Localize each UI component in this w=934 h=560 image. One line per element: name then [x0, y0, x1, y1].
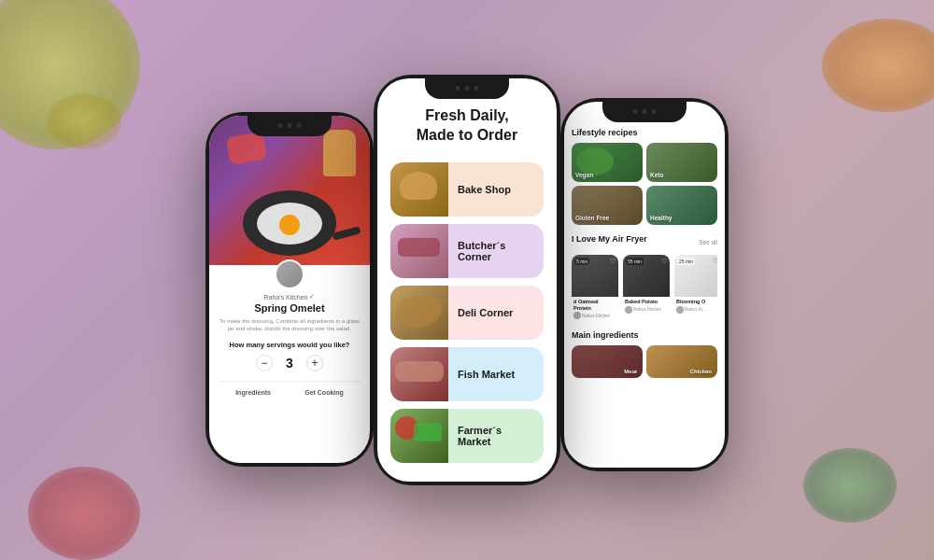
phone1-screen: Raha's Kitchen ✓ Spring Omelet To make t…	[209, 116, 370, 463]
phone3-screen: Lifestyle recipes Vegan Keto Glu	[564, 102, 725, 468]
vegan-label: Vegan	[575, 172, 593, 178]
lifestyle-content: Lifestyle recipes Vegan Keto Glu	[564, 102, 725, 385]
airfryer-section-header: I Love My Air Fryer See all	[572, 234, 717, 249]
fish-decoration	[395, 361, 444, 382]
airfryer-title: I Love My Air Fryer	[572, 234, 647, 244]
blooming-name: Blooming O	[674, 297, 717, 306]
butcher-image	[390, 224, 448, 278]
lifestyle-healthy[interactable]: Healthy	[646, 186, 717, 225]
deli-label: Deli Corner	[448, 307, 544, 318]
oatmeal-time: 5 min	[574, 258, 589, 265]
get-cooking-button[interactable]: Get Cooking	[304, 389, 344, 396]
avatar	[275, 259, 304, 289]
ingredients-button[interactable]: Ingredients	[235, 389, 271, 396]
recipe-content: Raha's Kitchen ✓ Spring Omelet To make t…	[209, 265, 370, 403]
ingredients-section-title: Main ingredients	[572, 330, 717, 340]
blooming-heart[interactable]: ♡	[713, 258, 717, 265]
potato-author-name: Raha's Kitchen	[633, 307, 661, 312]
ingredient-chicken[interactable]: Chicken	[646, 345, 717, 378]
servings-stepper: − 3 +	[219, 355, 361, 371]
recipe-oatmeal[interactable]: 5 min ♡ d Oatmeal Protein Raha's Kitchen	[572, 255, 618, 321]
lettuce-decoration	[414, 423, 442, 441]
servings-label: How many servings would you like?	[219, 341, 361, 349]
food-decoration-bread	[323, 130, 356, 176]
lifestyle-keto[interactable]: Keto	[646, 143, 717, 182]
oatmeal-avatar	[573, 312, 581, 319]
plus-button[interactable]: +	[306, 355, 323, 371]
blooming-author-row: Raha's Ki...	[674, 306, 717, 315]
lifestyle-vegan[interactable]: Vegan	[572, 143, 643, 182]
blooming-author-name: Raha's Ki...	[685, 307, 706, 312]
category-deli-corner[interactable]: Deli Corner	[390, 286, 544, 340]
recipe-blooming[interactable]: 25 min ♡ Blooming O Raha's Ki...	[674, 255, 717, 321]
potato-image: 55 min ♡	[623, 255, 670, 297]
categories-title: Fresh Daily,Made to Order	[390, 106, 544, 146]
minus-button[interactable]: −	[256, 355, 273, 371]
recipe-hero-image	[209, 116, 370, 265]
farmer-label: Farmer´s Market	[448, 425, 544, 447]
oatmeal-image: 5 min ♡	[572, 255, 618, 297]
meat-decoration	[398, 238, 440, 257]
phone-categories: Fresh Daily,Made to Order Bake Shop	[374, 75, 560, 485]
lifestyle-grid: Vegan Keto Gluten Free Healthy	[572, 143, 717, 225]
phone2-notch	[425, 78, 509, 99]
blooming-avatar	[676, 306, 684, 314]
pan-handle	[332, 226, 361, 240]
phones-container: Raha's Kitchen ✓ Spring Omelet To make t…	[0, 0, 934, 560]
butcher-label: Butcher´s Corner	[448, 240, 544, 262]
potato-time: 55 min	[626, 258, 644, 265]
category-bake-shop[interactable]: Bake Shop	[390, 162, 544, 217]
gluten-label: Gluten Free	[575, 215, 609, 221]
bake-shop-label: Bake Shop	[448, 184, 544, 195]
airfryer-list: 5 min ♡ d Oatmeal Protein Raha's Kitchen…	[572, 255, 717, 321]
category-farmers-market[interactable]: Farmer´s Market	[390, 409, 544, 463]
healthy-label: Healthy	[650, 215, 672, 221]
category-butchers-corner[interactable]: Butcher´s Corner	[390, 224, 544, 278]
category-fish-market[interactable]: Fish Market	[390, 347, 544, 401]
lifestyle-gluten-free[interactable]: Gluten Free	[572, 186, 643, 225]
oatmeal-heart[interactable]: ♡	[610, 258, 616, 265]
potato-avatar	[625, 306, 632, 314]
keto-label: Keto	[650, 172, 663, 178]
oatmeal-author-name: Raha's Kitchen	[582, 314, 610, 318]
recipe-title: Spring Omelet	[219, 302, 361, 314]
fish-image	[390, 347, 448, 401]
deli-decoration	[392, 291, 444, 331]
recipe-description: To make the dressing, Combine all ingred…	[219, 317, 361, 333]
deli-image	[390, 286, 448, 340]
bake-shop-image	[390, 162, 448, 217]
phone3-notch	[602, 102, 686, 122]
food-decoration-red	[226, 132, 268, 165]
recipe-baked-potato[interactable]: 55 min ♡ Baked Potato Raha's Kitchen	[623, 255, 670, 321]
categories-content: Fresh Daily,Made to Order Bake Shop	[377, 78, 557, 482]
blooming-time: 25 min	[677, 258, 695, 265]
phone1-notch	[248, 116, 332, 136]
meat-label: Meat	[624, 369, 637, 374]
ingredients-grid: Meat Chicken	[572, 345, 717, 378]
potato-heart[interactable]: ♡	[661, 258, 667, 265]
farmer-image	[390, 409, 448, 463]
chicken-label: Chicken	[690, 369, 712, 374]
recipe-footer: Ingredients Get Cooking	[219, 381, 361, 396]
potato-name: Baked Potato	[623, 297, 670, 306]
oatmeal-name: d Oatmeal Protein	[572, 297, 618, 312]
see-all-link[interactable]: See all	[699, 239, 717, 245]
blooming-image: 25 min ♡	[674, 255, 717, 297]
phone-lifestyle: Lifestyle recipes Vegan Keto Glu	[560, 98, 729, 471]
author-name: Raha's Kitchen ✓	[219, 293, 361, 301]
phone2-screen: Fresh Daily,Made to Order Bake Shop	[377, 78, 557, 482]
lifestyle-section-title: Lifestyle recipes	[572, 128, 717, 137]
potato-author-row: Raha's Kitchen	[623, 306, 670, 315]
oatmeal-author-row: Raha's Kitchen	[572, 312, 618, 321]
servings-value: 3	[286, 356, 293, 371]
egg-yolk	[279, 215, 300, 235]
fish-label: Fish Market	[448, 369, 544, 380]
ingredient-meat[interactable]: Meat	[572, 345, 643, 378]
phone-recipe-detail: Raha's Kitchen ✓ Spring Omelet To make t…	[205, 112, 374, 467]
bread-decoration	[400, 172, 437, 200]
